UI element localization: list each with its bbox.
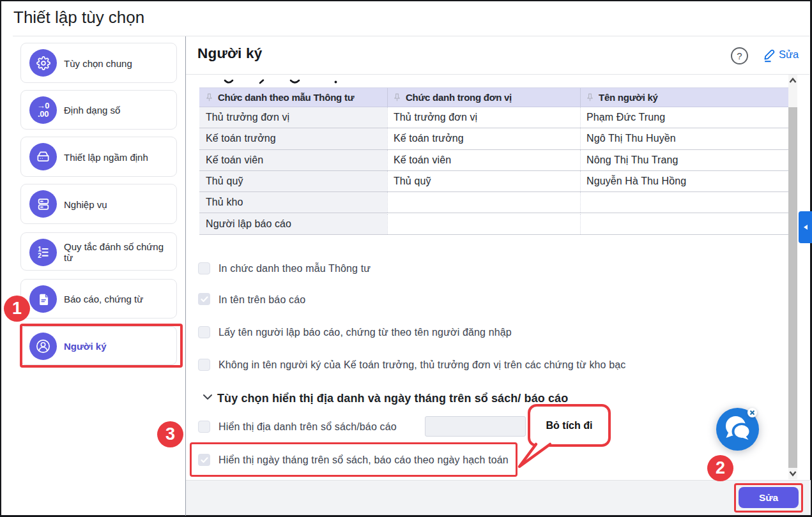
- svg-text:2: 2: [38, 252, 42, 259]
- svg-text:1: 1: [38, 245, 42, 252]
